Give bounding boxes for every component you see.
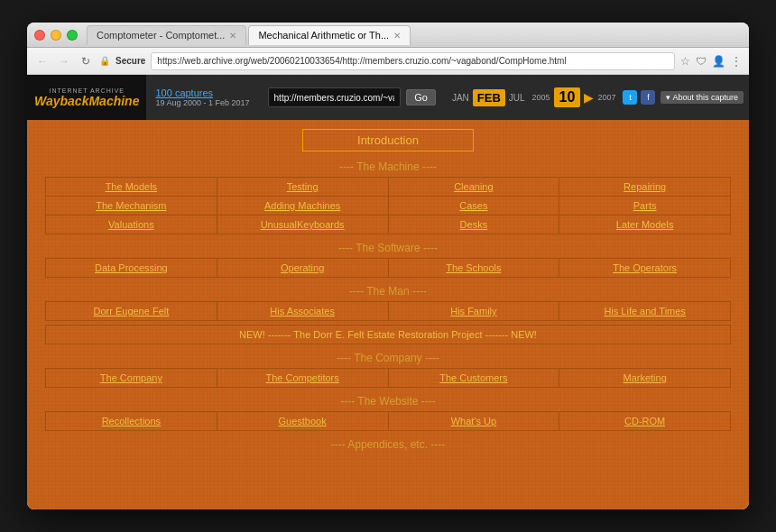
- link-cases[interactable]: Cases: [389, 197, 560, 216]
- window-controls: [34, 30, 78, 41]
- tabs-row: Comptometer - Comptomet... ✕ Mechanical …: [87, 25, 742, 45]
- link-customers[interactable]: The Customers: [389, 369, 560, 387]
- website-row-1: Recollections Guestbook What's Up CD-ROM: [46, 412, 730, 430]
- man-row-1: Dorr Eugene Felt His Associates His Fami…: [46, 302, 730, 320]
- link-later-models[interactable]: Later Models: [559, 216, 730, 234]
- link-whats-up[interactable]: What's Up: [389, 412, 560, 430]
- browser-window: Comptometer - Comptomet... ✕ Mechanical …: [27, 23, 749, 509]
- special-row[interactable]: NEW! ------- The Dorr E. Felt Estate Res…: [45, 325, 731, 344]
- wayback-url-input[interactable]: [268, 87, 402, 107]
- social-icons: t f: [623, 75, 661, 120]
- machine-row-1: The Models Testing Cleaning Repairing: [46, 178, 730, 197]
- link-parts[interactable]: Parts: [559, 197, 730, 216]
- close-button[interactable]: [34, 30, 45, 41]
- software-row-1: Data Processing Operating The Schools Th…: [46, 259, 730, 277]
- nav-bar: ← → ↻ 🔒 Secure ☆ 🛡 👤 ⋮: [27, 48, 749, 75]
- link-guestbook[interactable]: Guestbook: [217, 412, 389, 430]
- machine-grid: The Models Testing Cleaning Repairing Th…: [45, 177, 731, 234]
- calendar-section: JAN FEB JUL 2005 10 ▶ 2007: [445, 75, 624, 120]
- link-company[interactable]: The Company: [46, 369, 217, 387]
- link-dorr-felt[interactable]: Dorr Eugene Felt: [46, 302, 217, 320]
- link-operators[interactable]: The Operators: [559, 259, 730, 277]
- tab-mechanical-label: Mechanical Arithmetic or Th...: [258, 30, 389, 41]
- link-schools[interactable]: The Schools: [389, 259, 560, 277]
- calendar-arrow: ▶: [584, 90, 594, 105]
- maximize-button[interactable]: [67, 30, 78, 41]
- company-header: ---- The Company ----: [45, 352, 731, 364]
- twitter-icon[interactable]: t: [623, 90, 637, 105]
- machine-row-3: Valuations UnusualKeyboards Desks Later …: [46, 216, 730, 234]
- software-grid: Data Processing Operating The Schools Th…: [45, 258, 731, 278]
- intro-section: Introduction: [45, 129, 731, 151]
- captures-section: 100 captures 19 Aug 2000 - 1 Feb 2017: [146, 75, 258, 120]
- link-data-processing[interactable]: Data Processing: [46, 259, 217, 277]
- wayback-logo: INTERNET ARCHIVE WaybackMachine: [27, 75, 146, 120]
- shield-icon: 🛡: [696, 55, 707, 68]
- company-grid: The Company The Competitors The Customer…: [45, 368, 731, 388]
- secure-label: Secure: [115, 56, 145, 66]
- link-mechanism[interactable]: The Mechanism: [46, 197, 217, 216]
- wayback-bar: INTERNET ARCHIVE WaybackMachine 100 capt…: [27, 75, 749, 120]
- intro-button[interactable]: Introduction: [302, 129, 474, 151]
- link-operating[interactable]: Operating: [217, 259, 389, 277]
- machine-row-2: The Mechanism Adding Machines Cases Part…: [46, 197, 730, 216]
- ia-label: INTERNET ARCHIVE: [49, 87, 125, 94]
- nav-icons: ☆ 🛡 👤 ⋮: [680, 55, 742, 68]
- year-2007[interactable]: 2007: [597, 93, 615, 102]
- captures-dates: 19 Aug 2000 - 1 Feb 2017: [155, 98, 249, 107]
- lock-icon: 🔒: [99, 56, 110, 66]
- about-capture-button[interactable]: ▾ About this capture: [661, 91, 744, 104]
- wayback-title: WaybackMachine: [34, 94, 139, 108]
- jan-label[interactable]: JAN: [452, 93, 469, 103]
- jul-label[interactable]: JUL: [509, 93, 525, 103]
- link-marketing[interactable]: Marketing: [559, 369, 730, 387]
- link-recollections[interactable]: Recollections: [46, 412, 217, 430]
- link-life-times[interactable]: His Life and Times: [559, 302, 730, 320]
- link-desks[interactable]: Desks: [389, 216, 560, 234]
- machine-header: ---- The Machine ----: [45, 161, 731, 173]
- link-cleaning[interactable]: Cleaning: [389, 178, 560, 197]
- tab-mechanical-close[interactable]: ✕: [393, 31, 401, 41]
- link-unusual-keyboards[interactable]: UnusualKeyboards: [217, 216, 389, 234]
- tab-comptometer-label: Comptometer - Comptomet...: [97, 30, 225, 41]
- person-icon: 👤: [712, 55, 725, 68]
- tab-comptometer[interactable]: Comptometer - Comptomet... ✕: [87, 25, 246, 45]
- link-adding-machines[interactable]: Adding Machines: [217, 197, 389, 216]
- link-models[interactable]: The Models: [46, 178, 217, 197]
- appendices-header: ---- Appendices, etc. ----: [45, 438, 731, 451]
- star-icon[interactable]: ☆: [680, 55, 690, 68]
- link-testing[interactable]: Testing: [217, 178, 389, 197]
- title-bar: Comptometer - Comptomet... ✕ Mechanical …: [27, 23, 749, 48]
- wayback-url-section: Go: [259, 75, 445, 120]
- year-2005[interactable]: 2005: [532, 93, 550, 102]
- link-repairing[interactable]: Repairing: [559, 178, 730, 197]
- minimize-button[interactable]: [51, 30, 61, 41]
- link-competitors[interactable]: The Competitors: [217, 369, 389, 387]
- captures-link[interactable]: 100 captures: [155, 87, 249, 98]
- man-header: ---- The Man ----: [45, 285, 731, 298]
- link-valuations[interactable]: Valuations: [46, 216, 217, 234]
- tab-comptometer-close[interactable]: ✕: [229, 31, 236, 41]
- link-cd-rom[interactable]: CD-ROM: [559, 412, 730, 430]
- menu-icon[interactable]: ⋮: [731, 55, 742, 68]
- website-header: ---- The Website ----: [45, 395, 731, 408]
- wayback-go-button[interactable]: Go: [406, 89, 436, 105]
- tab-mechanical[interactable]: Mechanical Arithmetic or Th... ✕: [248, 25, 411, 45]
- link-family[interactable]: His Family: [389, 302, 560, 320]
- software-header: ---- The Software ----: [45, 242, 731, 254]
- forward-button[interactable]: →: [56, 53, 72, 69]
- website-grid: Recollections Guestbook What's Up CD-ROM: [45, 411, 731, 431]
- day-highlight: 10: [554, 87, 581, 107]
- link-associates[interactable]: His Associates: [217, 302, 389, 320]
- page-content: Introduction ---- The Machine ---- The M…: [27, 120, 749, 509]
- company-row-1: The Company The Competitors The Customer…: [46, 369, 730, 387]
- refresh-button[interactable]: ↻: [78, 53, 94, 69]
- back-button[interactable]: ←: [34, 53, 51, 69]
- man-grid: Dorr Eugene Felt His Associates His Fami…: [45, 301, 731, 321]
- address-bar[interactable]: [151, 52, 675, 70]
- feb-label[interactable]: FEB: [473, 89, 505, 106]
- facebook-icon[interactable]: f: [641, 90, 655, 105]
